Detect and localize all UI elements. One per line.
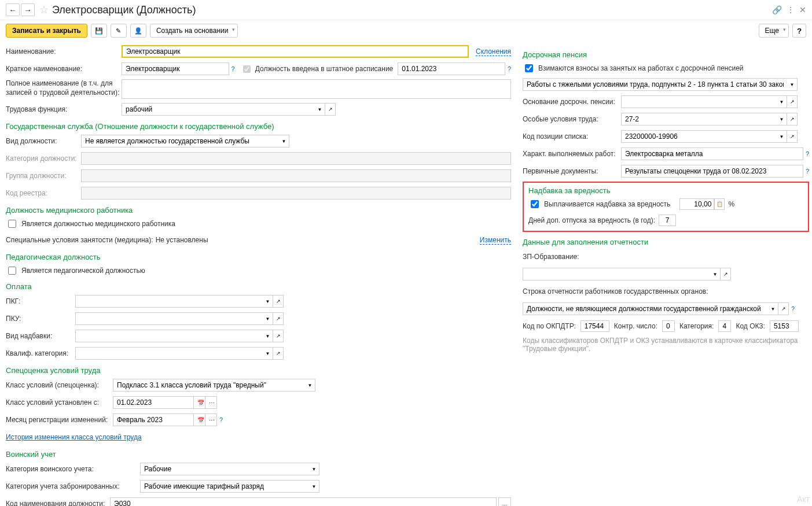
- control-input[interactable]: [662, 320, 675, 332]
- pension-basis-input[interactable]: [621, 95, 777, 108]
- open-icon[interactable]: ↗: [787, 130, 798, 143]
- gov-line-input[interactable]: [523, 302, 768, 315]
- name-input[interactable]: [122, 45, 469, 58]
- favorite-star-icon[interactable]: ☆: [39, 3, 49, 16]
- person-icon-button[interactable]: 👤: [130, 24, 146, 38]
- class-label: Класс условий (спецоценка):: [6, 381, 113, 389]
- zp-edu-input[interactable]: [523, 268, 710, 280]
- mil-category-label: Категория воинского учета:: [6, 465, 140, 473]
- med-conditions-value: Не установлены: [156, 236, 208, 244]
- declensions-link[interactable]: Склонения: [476, 47, 511, 56]
- ellipsis-icon[interactable]: ⋯: [205, 413, 217, 426]
- chevron-down-icon[interactable]: ▼: [768, 302, 778, 315]
- chevron-down-icon[interactable]: ▼: [279, 135, 289, 147]
- link-icon[interactable]: 🔗: [772, 5, 782, 14]
- mil-reserved-input[interactable]: [140, 480, 309, 493]
- help-icon[interactable]: ?: [791, 305, 795, 312]
- okpdtr-input[interactable]: [580, 320, 609, 332]
- chevron-down-icon[interactable]: ▼: [710, 268, 721, 280]
- staffing-checkbox-label: Должность введена в штатное расписание: [255, 65, 394, 73]
- chevron-down-icon[interactable]: ▼: [777, 95, 787, 108]
- chevron-down-icon[interactable]: ▼: [263, 295, 273, 308]
- open-icon[interactable]: ↗: [273, 330, 284, 342]
- calendar-icon[interactable]: 📅: [194, 413, 205, 426]
- open-icon[interactable]: ↗: [787, 113, 798, 125]
- mil-code-input[interactable]: [110, 497, 497, 506]
- short-name-input[interactable]: [122, 62, 229, 75]
- list-code-label: Код позиции списка:: [523, 132, 621, 141]
- chevron-down-icon[interactable]: ▼: [315, 103, 325, 116]
- pkg-input[interactable]: [75, 295, 263, 308]
- staffing-checkbox[interactable]: [243, 65, 251, 73]
- open-icon[interactable]: ↗: [787, 95, 798, 108]
- open-icon[interactable]: ↗: [273, 295, 284, 308]
- medical-checkbox[interactable]: [8, 220, 16, 228]
- ellipsis-icon[interactable]: …: [498, 497, 511, 506]
- category-code-label: Категория:: [679, 322, 714, 330]
- allowance-input[interactable]: [75, 330, 263, 342]
- chevron-down-icon[interactable]: ▼: [787, 78, 798, 91]
- work-nature-input[interactable]: [621, 147, 803, 160]
- qualif-input[interactable]: [75, 347, 263, 360]
- chevron-down-icon[interactable]: ▼: [309, 463, 319, 475]
- chevron-down-icon[interactable]: ▼: [263, 312, 273, 325]
- more-button[interactable]: Еще: [759, 24, 789, 38]
- pedagogical-checkbox[interactable]: [8, 267, 16, 275]
- help-icon[interactable]: ?: [806, 168, 809, 175]
- chevron-down-icon[interactable]: ▼: [263, 347, 273, 360]
- set-from-input[interactable]: [113, 396, 194, 409]
- help-icon[interactable]: ?: [806, 150, 809, 157]
- chevron-down-icon[interactable]: ▼: [263, 330, 273, 342]
- month-reg-input[interactable]: [113, 413, 194, 426]
- mil-category-input[interactable]: [140, 463, 309, 475]
- help-icon[interactable]: ?: [219, 416, 223, 423]
- watermark: Акт: [797, 494, 810, 504]
- history-link[interactable]: История изменения класса условий труда: [6, 433, 142, 441]
- close-icon[interactable]: ✕: [799, 5, 806, 14]
- save-button[interactable]: 💾: [91, 24, 107, 38]
- open-icon[interactable]: ↗: [721, 268, 731, 280]
- list-code-input[interactable]: [621, 130, 777, 143]
- hazard-paid-checkbox[interactable]: [531, 200, 539, 208]
- nav-forward-button[interactable]: →: [21, 3, 35, 16]
- chevron-down-icon[interactable]: ▼: [309, 480, 319, 493]
- ellipsis-icon[interactable]: ⋯: [205, 396, 217, 409]
- open-icon[interactable]: ↗: [325, 103, 336, 116]
- chevron-down-icon[interactable]: ▼: [777, 113, 787, 125]
- category-input: [81, 152, 511, 165]
- qualif-label: Квалиф. категория:: [6, 349, 75, 357]
- class-input[interactable]: [113, 379, 305, 391]
- help-icon[interactable]: ?: [508, 65, 511, 72]
- help-button[interactable]: ?: [792, 24, 806, 38]
- spec-cond-input[interactable]: [621, 113, 777, 125]
- okz-input[interactable]: [770, 320, 799, 332]
- save-close-button[interactable]: Записать и закрыть: [6, 24, 87, 38]
- full-name-input[interactable]: [122, 79, 511, 99]
- hazard-percent-input[interactable]: [679, 198, 714, 210]
- open-icon[interactable]: ↗: [273, 347, 284, 360]
- primary-docs-input[interactable]: [621, 165, 803, 178]
- menu-dots-icon[interactable]: ⋮: [787, 5, 795, 14]
- pku-input[interactable]: [75, 312, 263, 325]
- create-based-button[interactable]: Создать на основании: [150, 24, 238, 38]
- calendar-icon[interactable]: 📅: [194, 396, 205, 409]
- pedagogical-header: Педагогическая должность: [6, 253, 511, 261]
- category-code-input[interactable]: [718, 320, 731, 332]
- open-icon[interactable]: ↗: [778, 302, 789, 315]
- change-link[interactable]: Изменить: [480, 236, 511, 245]
- edit-icon-button[interactable]: ✎: [111, 24, 127, 38]
- pension-charge-checkbox[interactable]: [525, 64, 533, 72]
- chevron-down-icon[interactable]: ▼: [305, 379, 315, 391]
- extra-days-label: Дней доп. отпуска за вредность (в год):: [528, 216, 655, 224]
- chevron-down-icon[interactable]: ▼: [777, 130, 787, 143]
- position-type-input[interactable]: [81, 135, 279, 147]
- percent-edit-icon[interactable]: 📋: [714, 198, 725, 210]
- help-icon[interactable]: ?: [232, 65, 235, 72]
- staffing-date-input[interactable]: [398, 62, 505, 75]
- open-icon[interactable]: ↗: [273, 312, 284, 325]
- window-title: Электросварщик (Должность): [52, 4, 196, 16]
- nav-back-button[interactable]: ←: [6, 3, 20, 16]
- pension-work-type-input[interactable]: [523, 78, 787, 91]
- extra-days-input[interactable]: [659, 215, 676, 226]
- labor-function-input[interactable]: [122, 103, 315, 116]
